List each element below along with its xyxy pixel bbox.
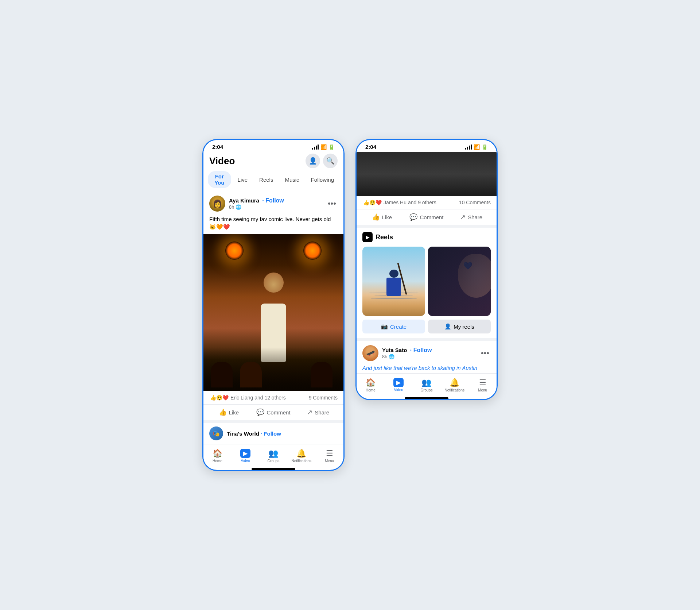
avatar-aya: 👩 (209, 196, 225, 212)
signal-icon-2 (465, 144, 472, 150)
share-button-2[interactable]: ↗ Share (449, 210, 494, 224)
tab-following[interactable]: Following (306, 171, 339, 188)
next-follow-link[interactable]: · Follow (261, 431, 281, 437)
video-icon-1: ▶ (240, 449, 250, 458)
nav-home-1[interactable]: 🏠 Home (203, 447, 232, 464)
nav-home-2[interactable]: 🏠 Home (357, 377, 385, 394)
camera-icon: 📷 (381, 323, 388, 330)
like-button-1[interactable]: 👍 Like (206, 405, 251, 419)
post-card-1: 👩 Aya Kimura · Follow 8h 🌐 ••• Fifth tim… (203, 191, 343, 423)
post-card-2-top: 👍 😲 ❤️ James Hu and 9 others 10 Comments… (357, 196, 497, 228)
reactions-text-1: Eric Liang and 12 others (230, 395, 286, 401)
reactions-left-2: 👍 😲 ❤️ James Hu and 9 others (362, 199, 436, 206)
status-icons-1: 📶 🔋 (312, 144, 335, 150)
avatar-aya-image: 👩 (209, 196, 225, 212)
reaction-emojis-1: 👍 😲 ❤️ (209, 394, 229, 401)
next-post-preview-1: 🎭 Tina's World · Follow (203, 423, 343, 444)
follow-link-1[interactable]: · Follow (262, 197, 284, 204)
home-indicator-1 (252, 468, 295, 470)
reels-grid (362, 247, 491, 316)
post-time-1: 8h 🌐 (229, 204, 326, 210)
post-image-1 (203, 234, 343, 391)
home-indicator-2 (405, 397, 448, 399)
video-icon-2: ▶ (393, 378, 404, 387)
tab-live[interactable]: Live (233, 171, 253, 188)
poster-name-1: Aya Kimura (229, 197, 259, 204)
my-reels-button[interactable]: 👤 My reels (428, 320, 491, 333)
search-icon-button[interactable]: 🔍 (323, 154, 338, 168)
notifications-icon-2: 🔔 (450, 378, 459, 387)
profile-icon-button[interactable]: 👤 (306, 154, 320, 168)
comment-button-1[interactable]: 💬 Comment (251, 405, 296, 419)
notifications-icon-1: 🔔 (296, 449, 306, 458)
reels-title: Reels (376, 233, 393, 241)
nav-notifications-1[interactable]: 🔔 Notifications (287, 447, 315, 464)
nav-tabs-1: For You Live Reels Music Following (203, 171, 343, 191)
tab-music[interactable]: Music (280, 171, 304, 188)
yuta-post-text: And just like that we're back to skating… (357, 363, 497, 373)
more-options-button-1[interactable]: ••• (326, 198, 338, 209)
home-label-1: Home (213, 459, 222, 463)
nav-menu-2[interactable]: ☰ Menu (468, 377, 497, 394)
menu-icon-2: ☰ (479, 378, 486, 387)
nav-notifications-2[interactable]: 🔔 Notifications (440, 377, 468, 394)
status-time-2: 2:04 (365, 144, 376, 150)
heart-reaction-2: ❤️ (375, 199, 382, 206)
share-button-1[interactable]: ↗ Share (296, 405, 341, 419)
groups-label-1: Groups (268, 459, 280, 463)
audience-head-3 (311, 362, 332, 387)
person-icon: 👤 (309, 157, 317, 165)
home-icon-2: 🏠 (366, 378, 376, 387)
nav-groups-1[interactable]: 👥 Groups (260, 447, 288, 464)
heart-reaction: ❤️ (222, 394, 229, 401)
nav-menu-1[interactable]: ☰ Menu (315, 447, 343, 464)
comments-count-1: 9 Comments (309, 395, 338, 401)
header-icons-1: 👤 🔍 (306, 154, 338, 168)
comment-button-2[interactable]: 💬 Comment (404, 210, 449, 224)
reaction-emojis-2: 👍 😲 ❤️ (362, 199, 382, 206)
bottom-nav-1: 🏠 Home ▶ Video 👥 Groups 🔔 Notifications … (203, 444, 343, 466)
follow-link-yuta[interactable]: · Follow (410, 347, 432, 353)
wifi-icon-2: 📶 (474, 144, 480, 150)
phone-2: 2:04 📶 🔋 👍 😲 ❤ (355, 139, 498, 400)
yuta-post: 🛹 Yuta Sato · Follow 8h 🌐 ••• And just l… (357, 341, 497, 373)
reels-header: ▶ Reels (362, 232, 491, 242)
reels-section-icon: ▶ (362, 232, 373, 242)
video-label-1: Video (241, 459, 250, 463)
more-options-button-yuta[interactable]: ••• (479, 348, 491, 359)
battery-icon-1: 🔋 (328, 144, 335, 150)
reel-makeup-image (428, 247, 491, 316)
dark-image-top (357, 152, 497, 196)
groups-icon-2: 👥 (421, 378, 431, 387)
avatar-yuta: 🛹 (362, 345, 378, 361)
phones-container: 2:04 📶 🔋 Video 👤 🔍 (202, 139, 498, 471)
next-poster-name: Tina's World · Follow (227, 431, 281, 437)
post-text-1: Fifth time seeing my fav comic live. Nev… (203, 213, 343, 234)
wifi-icon-1: 📶 (320, 144, 327, 150)
makeup-overlay (428, 247, 491, 316)
post-meta-yuta: Yuta Sato · Follow 8h 🌐 (382, 347, 479, 359)
share-icon-2: ↗ (460, 213, 466, 221)
poster-name-row: Aya Kimura · Follow (229, 197, 326, 204)
water-ripples (362, 290, 425, 309)
reel-thumb-makeup[interactable] (428, 247, 491, 316)
share-icon-1: ↗ (307, 408, 312, 416)
globe-icon-1: 🌐 (236, 204, 241, 210)
search-icon: 🔍 (326, 157, 334, 165)
tab-for-you[interactable]: For You (208, 171, 231, 188)
reactions-row-1: 👍 😲 ❤️ Eric Liang and 12 others 9 Commen… (203, 391, 343, 405)
nav-video-1[interactable]: ▶ Video (232, 447, 260, 464)
avatar-tinas-world: 🎭 (209, 426, 223, 440)
nav-video-2[interactable]: ▶ Video (385, 377, 413, 394)
groups-icon-1: 👥 (268, 449, 278, 458)
tab-reels[interactable]: Reels (254, 171, 278, 188)
like-button-2[interactable]: 👍 Like (359, 210, 404, 224)
nav-groups-2[interactable]: 👥 Groups (413, 377, 441, 394)
reactions-left-1: 👍 😲 ❤️ Eric Liang and 12 others (209, 394, 286, 401)
create-reel-button[interactable]: 📷 Create (362, 320, 425, 333)
status-icons-2: 📶 🔋 (465, 144, 488, 150)
reels-section: ▶ Reels (357, 228, 497, 341)
reel-thumb-paddle[interactable] (362, 247, 425, 316)
reels-buttons: 📷 Create 👤 My reels (362, 320, 491, 333)
comedy-show-image (203, 234, 343, 391)
